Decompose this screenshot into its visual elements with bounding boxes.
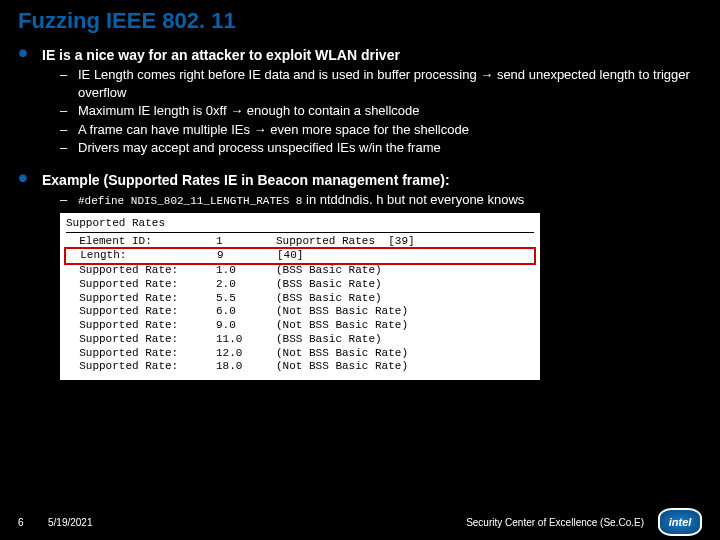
footer-date: 5/19/2021 [48,517,93,528]
table-row: Supported Rate: 6.0 (Not BSS Basic Rate) [66,305,534,319]
footer-org: Security Center of Excellence (Se.Co.E) [466,517,644,528]
bullet-2-sublist: – #define NDIS_802_11_LENGTH_RATES 8 in … [60,191,702,209]
page-number: 6 [18,517,48,528]
rates-table: Supported Rates Element ID: 1 Supported … [60,213,540,380]
bullet-1-sublist: –IE Length comes right before IE data an… [60,66,702,157]
bullet-1-text: IE is a nice way for an attacker to expl… [42,46,400,64]
slide-title: Fuzzing IEEE 802. 11 [0,0,720,40]
bullet-2-text: Example (Supported Rates IE in Beacon ma… [42,171,450,189]
sub-item: –A frame can have multiple IEs → even mo… [60,121,702,139]
table-row: Supported Rate: 18.0 (Not BSS Basic Rate… [66,360,534,374]
sub-item: – #define NDIS_802_11_LENGTH_RATES 8 in … [60,191,702,209]
table-row-highlighted: Length: 9 [40] [64,247,536,265]
table-row: Supported Rate: 5.5 (BSS Basic Rate) [66,292,534,306]
sub-item: –Drivers may accept and process unspecif… [60,139,702,157]
table-row: Supported Rate: 1.0 (BSS Basic Rate) [66,264,534,278]
table-row: Supported Rate: 2.0 (BSS Basic Rate) [66,278,534,292]
footer: 6 5/19/2021 Security Center of Excellenc… [0,504,720,540]
intel-logo: intel [658,508,702,536]
table-header: Supported Rates [66,217,534,233]
slide-content: • IE is a nice way for an attacker to ex… [0,46,720,380]
table-row: Supported Rate: 9.0 (Not BSS Basic Rate) [66,319,534,333]
bullet-2: • Example (Supported Rates IE in Beacon … [18,171,702,189]
code-define: #define NDIS_802_11_LENGTH_RATES 8 [78,195,302,207]
bullet-1: • IE is a nice way for an attacker to ex… [18,46,702,64]
sub-item: –Maximum IE length is 0xff → enough to c… [60,102,702,120]
bullet-icon: • [18,46,42,64]
sub-rest: in ntddndis. h but not everyone knows [302,192,524,207]
bullet-icon: • [18,171,42,189]
sub-item: –IE Length comes right before IE data an… [60,66,702,101]
table-row: Supported Rate: 12.0 (Not BSS Basic Rate… [66,347,534,361]
table-row: Element ID: 1 Supported Rates [39] [66,235,534,249]
table-row: Supported Rate: 11.0 (BSS Basic Rate) [66,333,534,347]
